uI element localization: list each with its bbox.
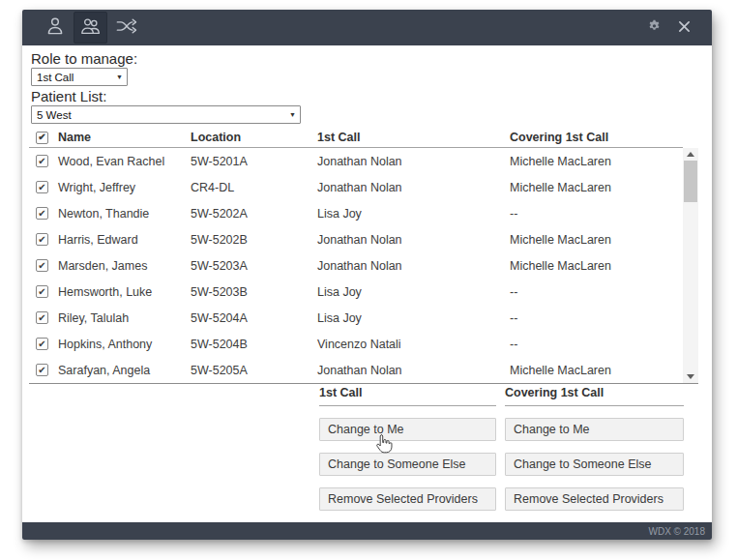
row-checkbox[interactable] (36, 207, 48, 220)
tab-single-provider[interactable] (38, 12, 72, 44)
cell-location: 5W-5201A (191, 155, 317, 168)
role-select[interactable]: 1st Call ▼ (31, 68, 128, 86)
tab-manage-providers[interactable] (74, 12, 107, 44)
cell-first-call: Lisa Joy (317, 285, 510, 299)
cell-covering-first-call: -- (510, 207, 683, 221)
content-area: Role to manage: 1st Call ▼ Patient List:… (22, 50, 712, 384)
close-button[interactable] (678, 19, 691, 37)
select-all-checkbox[interactable] (36, 132, 48, 144)
cell-first-call: Jonathan Nolan (317, 155, 510, 168)
footer-bar: WDX © 2018 (22, 522, 712, 540)
cell-patient-name: Marsden, James (58, 259, 191, 273)
row-checkbox[interactable] (36, 311, 48, 324)
cell-location: 5W-5205A (191, 364, 317, 377)
screen: Role to manage: 1st Call ▼ Patient List:… (0, 0, 737, 560)
cell-first-call: Jonathan Nolan (317, 259, 510, 273)
patient-list-select[interactable]: 5 West ▼ (31, 105, 301, 124)
cell-patient-name: Wright, Jeffrey (58, 181, 191, 194)
row-checkbox[interactable] (36, 233, 48, 246)
action-button[interactable]: Change to Someone Else (319, 453, 496, 476)
app-window: Role to manage: 1st Call ▼ Patient List:… (22, 10, 712, 540)
cell-patient-name: Newton, Thandie (58, 207, 191, 221)
patient-list-select-value: 5 West (37, 109, 72, 121)
cell-first-call: Jonathan Nolan (317, 364, 510, 377)
action-button[interactable]: Remove Selected Providers (505, 487, 684, 511)
cell-first-call: Lisa Joy (317, 207, 510, 221)
action-button[interactable]: Change to Me (505, 418, 684, 441)
copyright-text: WDX © 2018 (648, 526, 705, 537)
scroll-down-arrow-icon[interactable] (683, 370, 698, 383)
cell-first-call: Vincenzo Natali (317, 338, 510, 351)
cell-covering-first-call: Michelle MacLaren (510, 233, 683, 247)
cell-patient-name: Hopkins, Anthony (58, 338, 191, 351)
cell-patient-name: Harris, Edward (58, 233, 191, 247)
row-checkbox[interactable] (36, 364, 48, 376)
people-icon (79, 15, 103, 41)
vertical-scrollbar[interactable] (683, 148, 698, 383)
cell-covering-first-call: -- (510, 285, 683, 299)
cell-first-call: Jonathan Nolan (317, 233, 510, 247)
row-checkbox[interactable] (36, 155, 48, 167)
row-checkbox[interactable] (36, 259, 48, 272)
column-header-covering: Covering 1st Call (510, 131, 683, 144)
table-row[interactable]: Riley, Talulah 5W-5204A Lisa Joy -- (29, 305, 683, 331)
action-group: 1st Call Change to MeChange to Someone E… (319, 385, 496, 511)
cell-location: 5W-5204A (191, 311, 317, 325)
scroll-up-arrow-icon[interactable] (683, 148, 698, 161)
action-button[interactable]: Remove Selected Providers (319, 487, 496, 511)
table-body: Wood, Evan Rachel 5W-5201A Jonathan Nola… (29, 148, 683, 383)
shuffle-icon (115, 15, 138, 41)
column-header-first-call: 1st Call (317, 131, 510, 144)
chevron-down-icon: ▼ (289, 111, 296, 118)
cell-location: 5W-5203A (191, 259, 317, 273)
cell-covering-first-call: -- (510, 338, 683, 351)
action-group-header: Covering 1st Call (505, 385, 684, 406)
action-button[interactable]: Change to Someone Else (505, 453, 684, 476)
tab-swap-assignments[interactable] (109, 12, 143, 44)
close-icon (678, 19, 691, 37)
table-scroll-region: Wood, Evan Rachel 5W-5201A Jonathan Nola… (29, 148, 698, 384)
chevron-down-icon: ▼ (116, 74, 123, 80)
table-row[interactable]: Marsden, James 5W-5203A Jonathan Nolan M… (29, 252, 683, 279)
cell-patient-name: Wood, Evan Rachel (58, 155, 191, 168)
patient-list-label: Patient List: (31, 88, 712, 104)
action-group: Covering 1st Call Change to MeChange to … (505, 385, 684, 511)
table-row[interactable]: Newton, Thandie 5W-5202A Lisa Joy -- (29, 200, 683, 226)
row-checkbox[interactable] (36, 181, 48, 193)
table-row[interactable]: Wood, Evan Rachel 5W-5201A Jonathan Nola… (29, 148, 683, 174)
cell-patient-name: Sarafyan, Angela (58, 364, 191, 377)
person-icon (44, 15, 66, 41)
cell-location: 5W-5203B (191, 285, 317, 299)
scrollbar-thumb[interactable] (684, 161, 697, 202)
cell-covering-first-call: Michelle MacLaren (510, 364, 683, 377)
cell-location: 5W-5204B (191, 338, 317, 351)
cell-patient-name: Riley, Talulah (58, 311, 191, 325)
action-button[interactable]: Change to Me (319, 418, 496, 441)
table-row[interactable]: Hopkins, Anthony 5W-5204B Vincenzo Natal… (29, 331, 683, 357)
column-header-name: Name (58, 131, 191, 144)
gear-icon (647, 18, 662, 37)
table-row[interactable]: Wright, Jeffrey CR4-DL Jonathan Nolan Mi… (29, 174, 683, 200)
cell-first-call: Jonathan Nolan (317, 181, 510, 194)
cell-patient-name: Hemsworth, Luke (58, 285, 191, 299)
table-row[interactable]: Hemsworth, Luke 5W-5203B Lisa Joy -- (29, 279, 683, 305)
cell-first-call: Lisa Joy (317, 311, 510, 325)
cell-location: 5W-5202B (191, 233, 317, 247)
cell-covering-first-call: Michelle MacLaren (510, 181, 683, 194)
settings-button[interactable] (647, 18, 662, 37)
cell-covering-first-call: Michelle MacLaren (510, 259, 683, 273)
action-group-header: 1st Call (319, 385, 496, 406)
cell-covering-first-call: Michelle MacLaren (510, 155, 683, 168)
cell-location: CR4-DL (191, 181, 317, 194)
table-row[interactable]: Sarafyan, Angela 5W-5205A Jonathan Nolan… (29, 357, 683, 383)
row-checkbox[interactable] (36, 285, 48, 298)
role-to-manage-label: Role to manage: (31, 50, 712, 67)
cell-location: 5W-5202A (191, 207, 317, 221)
row-checkbox[interactable] (36, 338, 48, 350)
title-bar (22, 10, 712, 45)
column-header-location: Location (191, 131, 317, 144)
table-header: Name Location 1st Call Covering 1st Call (29, 128, 683, 148)
role-select-value: 1st Call (37, 72, 74, 83)
table-row[interactable]: Harris, Edward 5W-5202B Jonathan Nolan M… (29, 226, 683, 252)
cell-covering-first-call: -- (510, 311, 683, 325)
